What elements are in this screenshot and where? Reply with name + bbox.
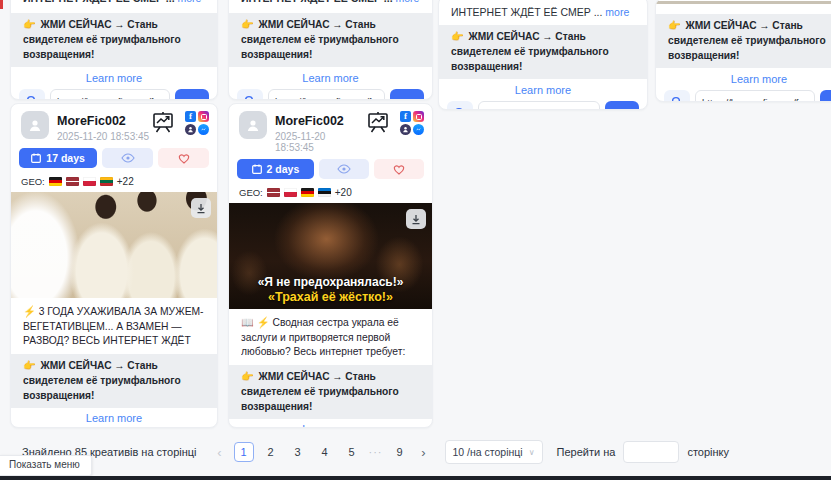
landing-url-input[interactable] [268,89,385,100]
creative-card-2: MoreFic002 2025-11-20 18:53:45 f 2 days … [228,103,433,428]
creative-card-top-4: 👉 ЖМИ СЕЙЧАС → Стань свидетелем её триум… [655,0,831,102]
flag-latvia-icon [66,177,79,186]
days-active-button[interactable]: 17 days [19,148,97,168]
creative-body-text: ⚡ 3 ГОДА УХАЖИВАЛА ЗА МУЖЕМ-ВЕГЕТАТИВЦЕМ… [23,305,205,349]
audience-network-icon[interactable] [400,124,411,135]
show-menu-tooltip[interactable]: Показать меню [0,455,92,476]
next-page-button[interactable]: › [417,445,431,460]
page-number-3[interactable]: 3 [288,442,308,462]
geo-label: GEO: [21,176,45,187]
clipped-edge-element [0,0,3,9]
chevron-down-icon: ∨ [529,448,535,457]
messenger-icon[interactable] [198,124,209,135]
learn-more-link[interactable]: Learn more [439,84,647,96]
geo-more-count: +22 [117,176,134,187]
messenger-icon[interactable] [413,124,424,135]
pages-ellipsis[interactable]: ··· [369,446,383,458]
cta-band: 👉 ЖМИ СЕЙЧАС → Стань свидетелем её триум… [656,14,831,68]
flag-estonia-icon [318,188,331,197]
creative-image[interactable]: «Я не предохранялась!» «Трахай её жёстко… [229,203,432,309]
account-name: MoreFic002 [275,114,344,128]
presentation-chart-icon[interactable] [366,111,390,134]
landing-url-input[interactable] [695,90,815,102]
facebook-icon[interactable]: f [185,111,196,122]
flag-germany-icon [301,188,314,197]
facebook-icon[interactable]: f [400,111,411,122]
pointing-hand-icon: 👉 [23,360,36,371]
creative-datetime: 2025-11-20 18:53:45 [275,131,366,153]
more-link[interactable]: more [605,6,629,18]
search-icon[interactable] [19,89,45,100]
page-number-2[interactable]: 2 [261,442,281,462]
days-active-button[interactable]: 2 days [237,159,314,179]
goto-page-input[interactable] [623,441,679,463]
avatar [21,111,49,139]
landing-url-row: → [664,90,831,102]
open-url-button[interactable]: → [175,89,209,100]
search-icon[interactable] [664,90,690,102]
page-number-4[interactable]: 4 [315,442,335,462]
cta-band: 👉 ЖМИ СЕЙЧАС → Стань свидетелем её триум… [11,13,217,67]
more-link[interactable]: more [178,0,202,4]
page-number-5[interactable]: 5 [342,442,362,462]
landing-url-row: → [19,89,209,100]
creative-card-top-1: ИНТЕРНЕТ ЖДЁТ ЕЁ СМЕР ... more 👉 ЖМИ СЕЙ… [10,0,218,100]
creative-teaser-text: ИНТЕРНЕТ ЖДЁТ ЕЁ СМЕР ... more [241,0,420,5]
pagination-bar: Знайдено 85 креативів на сторінці ‹ 1 2 … [22,440,825,464]
flag-poland-icon [284,188,297,197]
page-number-1[interactable]: 1 [234,442,254,462]
cta-band: 👉 ЖМИ СЕЙЧАС → Стань свидетелем её триум… [229,365,432,419]
prev-page-button[interactable]: ‹ [213,445,227,460]
landing-url-row: → [237,89,424,100]
flag-latvia-icon [267,188,280,197]
cta-band: 👉 ЖМИ СЕЙЧАС → Стань свидетелем её триум… [229,13,432,67]
flag-germany-icon [49,177,62,186]
creative-image[interactable] [11,192,217,298]
more-link[interactable]: more [396,0,420,4]
creative-datetime: 2025-11-20 18:53:45 [57,131,151,142]
audience-network-icon[interactable] [185,124,196,135]
geo-label: GEO: [239,187,263,198]
pointing-hand-icon: 👉 [241,371,254,382]
open-url-button[interactable]: → [605,101,639,110]
instagram-icon[interactable] [413,111,424,122]
learn-more-link[interactable]: Learn more [656,73,831,85]
learn-more-link[interactable]: Learn more [11,412,217,424]
cta-band: 👉 ЖМИ СЕЙЧАС → Стань свидетелем её триум… [11,354,217,408]
goto-page-suffix: сторінку [687,446,729,458]
image-caption-line1: «Я не предохранялась!» [229,275,432,289]
views-button[interactable] [319,159,369,179]
views-button[interactable] [102,148,153,168]
creative-teaser-text: ИНТЕРНЕТ ЖДЁТ ЕЁ СМЕР ... more [451,5,635,19]
creative-teaser-text: ИНТЕРНЕТ ЖДЁТ ЕЁ СМЕР ... more [23,0,205,5]
pointing-hand-icon: 👉 [668,20,681,31]
favorite-button[interactable] [374,159,424,179]
open-url-button[interactable]: → [390,89,424,100]
creative-card-1: MoreFic002 2025-11-20 18:53:45 f 17 days… [10,103,218,428]
instagram-icon[interactable] [198,111,209,122]
landing-url-input[interactable] [478,101,600,110]
geo-more-count: +20 [335,187,352,198]
flag-lithuania-icon [100,177,113,186]
learn-more-link[interactable]: Learn more [11,72,217,84]
download-image-button[interactable] [406,209,426,229]
geo-row: GEO: +22 [21,175,207,187]
search-icon[interactable] [447,101,473,110]
page-number-9[interactable]: 9 [390,442,410,462]
landing-url-row: → [447,101,639,110]
learn-more-link[interactable]: Learn more [229,72,432,84]
open-url-button[interactable]: → [820,90,831,102]
landing-url-input[interactable] [50,89,170,100]
learn-more-link[interactable]: Learn more [229,423,432,428]
search-icon[interactable] [237,89,263,100]
creative-body-text: 📖 ⚡ Сводная сестра украла её заслуги и п… [241,316,420,360]
geo-row: GEO: +20 [239,186,422,198]
presentation-chart-icon[interactable] [151,111,175,134]
page-size-select[interactable]: 10 /на сторінці∨ [445,440,543,464]
avatar [239,111,267,139]
book-lightning-icon: 📖 ⚡ [241,317,270,328]
download-image-button[interactable] [191,198,211,218]
creatives-library-page: ИНТЕРНЕТ ЖДЁТ ЕЁ СМЕР ... more 👉 ЖМИ СЕЙ… [0,0,831,480]
favorite-button[interactable] [158,148,209,168]
creative-card-top-3: ИНТЕРНЕТ ЖДЁТ ЕЁ СМЕР ... more 👉 ЖМИ СЕЙ… [438,0,648,110]
